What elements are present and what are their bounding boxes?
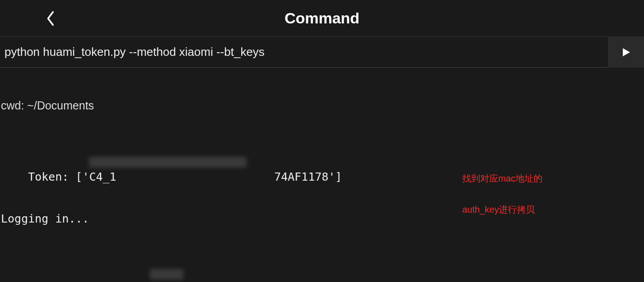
annotation-text: 找到对应mac地址的 auth_key进行拷贝 <box>462 153 543 236</box>
annotation-line1: 找到对应mac地址的 <box>462 173 543 184</box>
play-icon <box>621 47 631 58</box>
annotation-line2: auth_key进行拷贝 <box>462 205 543 215</box>
token-suffix: 74AF1178'] <box>274 170 342 183</box>
back-button[interactable] <box>45 9 56 27</box>
cwd-line: cwd: ~/Documents <box>1 99 643 113</box>
svg-marker-0 <box>623 48 630 56</box>
command-bar <box>0 37 644 68</box>
logging-in-line: Logging in... <box>1 212 643 226</box>
redaction-block <box>150 269 184 280</box>
page-title: Command <box>285 9 359 27</box>
redaction-block <box>89 157 247 168</box>
token-line: Token: ['C4_174AF1178'] <box>1 156 643 170</box>
chevron-left-icon <box>46 10 55 27</box>
logged-in-line: Logged in! User id: 1095 <box>1 268 643 282</box>
terminal-output: cwd: ~/Documents Token: ['C4_174AF1178']… <box>0 68 644 282</box>
run-button[interactable] <box>608 37 644 68</box>
header-bar: Command <box>0 0 644 37</box>
command-input[interactable] <box>2 41 608 63</box>
token-prefix: Token: ['C4_1 <box>28 170 116 183</box>
